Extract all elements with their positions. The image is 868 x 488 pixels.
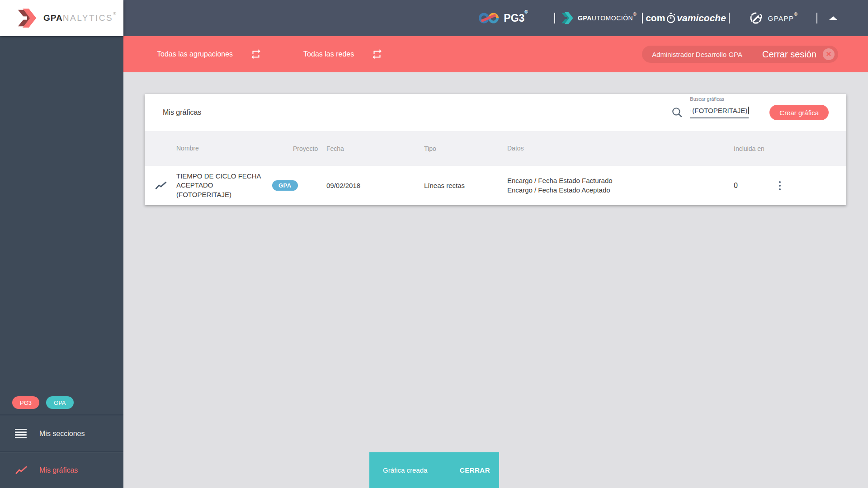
- gpapp-label: GPAPP®: [768, 14, 798, 22]
- toast-message: Gráfica creada: [383, 466, 427, 474]
- brand-logo-box[interactable]: GPANALYTICS®: [0, 0, 123, 36]
- column-header-nombre: Nombre: [176, 144, 272, 153]
- row-data-line: Encargo / Fecha Estado Aceptado: [507, 186, 734, 195]
- brand-nalytics: NALYTICS: [63, 13, 113, 23]
- line-chart-icon: [15, 465, 28, 475]
- search-input-value: O (FOTOPERITAJE): [690, 107, 747, 114]
- sidebar-bottom: PG3 GPA Mis secciones Mis gráficas: [0, 396, 123, 488]
- table-row[interactable]: TIEMPO DE CICLO FECHA ACEPTADO (FOTOPERI…: [145, 166, 846, 205]
- sidebar: PG3 GPA Mis secciones Mis gráficas: [0, 36, 123, 488]
- brand-text: GPANALYTICS®: [43, 13, 116, 23]
- swap-groupings-button[interactable]: [250, 48, 262, 60]
- toast-close-button[interactable]: CERRAR: [456, 463, 494, 478]
- topbar: GPANALYTICS® PG3® GPAUTOMOCIÓN® com: [0, 0, 868, 36]
- app-link-comvamicoche[interactable]: com vamicoche: [643, 0, 729, 36]
- app-link-pg3[interactable]: PG3®: [452, 0, 554, 36]
- create-chart-button[interactable]: Crear gráfica: [769, 105, 829, 120]
- topbar-app-links: PG3® GPAUTOMOCIÓN® com vamicoche: [452, 0, 850, 36]
- charts-card: Mis gráficas Buscar gráficas O (FOTOPERI…: [145, 94, 846, 205]
- brand-gpa: GPA: [43, 13, 63, 23]
- row-included-count: 0: [734, 182, 776, 190]
- sidebar-item-mis-graficas[interactable]: Mis gráficas: [0, 452, 123, 488]
- search-input-label: Buscar gráficas: [690, 96, 724, 102]
- row-name: TIEMPO DE CICLO FECHA ACEPTADO (FOTOPERI…: [176, 172, 272, 199]
- filter-groupings-label[interactable]: Todas las agrupaciones: [157, 50, 233, 58]
- user-name: Administrador Desarrollo GPA: [652, 51, 742, 58]
- app-link-gpautomocion[interactable]: GPAUTOMOCIÓN®: [555, 0, 642, 36]
- row-date: 09/02/2018: [326, 182, 424, 189]
- filter-networks-label[interactable]: Todas las redes: [303, 50, 354, 58]
- header-controls: Buscar gráficas O (FOTOPERITAJE) Crear g…: [671, 105, 846, 120]
- row-data-line: Encargo / Fecha Estado Facturado: [507, 176, 734, 185]
- table-header: Nombre Proyecto Fecha Tipo Datos Incluid…: [145, 131, 846, 166]
- column-header-tipo: Tipo: [424, 145, 507, 152]
- column-header-proyecto: Proyecto: [272, 145, 326, 152]
- repeat-icon: [250, 48, 262, 60]
- collapse-up-icon[interactable]: [829, 16, 837, 20]
- brand-reg: ®: [113, 11, 116, 16]
- row-project: GPA: [272, 180, 326, 191]
- reorder-icon: [15, 429, 28, 438]
- toast-snackbar: Gráfica creada CERRAR: [369, 452, 499, 488]
- gpautomocion-label: GPAUTOMOCIÓN®: [578, 14, 637, 22]
- card-header: Mis gráficas Buscar gráficas O (FOTOPERI…: [145, 94, 846, 131]
- search-input[interactable]: Buscar gráficas O (FOTOPERITAJE): [690, 107, 749, 118]
- gpapp-wrench-icon: [748, 10, 764, 26]
- topbar-collapse-block: [817, 0, 849, 36]
- sidebar-badge-gpa[interactable]: GPA: [46, 396, 74, 409]
- row-menu-kebab-icon[interactable]: [776, 178, 783, 193]
- column-header-datos: Datos: [507, 144, 734, 153]
- sidebar-item-mis-secciones[interactable]: Mis secciones: [0, 415, 123, 452]
- project-badge: GPA: [272, 180, 298, 191]
- stopwatch-icon: [665, 12, 676, 24]
- pg3-infinity-icon: [478, 11, 499, 25]
- column-header-fecha: Fecha: [326, 145, 424, 152]
- logout-x-icon[interactable]: ✕: [823, 48, 835, 60]
- gpautomocion-arrow-icon: [561, 12, 574, 24]
- repeat-icon: [371, 48, 383, 60]
- sidebar-item-label: Mis secciones: [39, 430, 85, 438]
- sidebar-badge-pg3[interactable]: PG3: [12, 396, 39, 409]
- row-chart-icon: [145, 181, 176, 191]
- column-header-incluida-en: Incluida en: [734, 145, 776, 152]
- pg3-label: PG3®: [504, 12, 528, 24]
- search-input-value-wrap: O (FOTOPERITAJE): [690, 107, 749, 118]
- app-link-gpapp[interactable]: GPAPP®: [730, 0, 816, 36]
- logout-button[interactable]: Cerrar sesión: [762, 49, 816, 60]
- search-icon[interactable]: [671, 107, 683, 118]
- comvamicoche-label: com vamicoche: [646, 12, 726, 24]
- swap-networks-button[interactable]: [371, 48, 383, 60]
- filter-bar: Todas las agrupaciones Todas las redes A…: [123, 36, 868, 72]
- user-session-pill: Administrador Desarrollo GPA Cerrar sesi…: [642, 46, 838, 63]
- sidebar-badges: PG3 GPA: [0, 396, 123, 415]
- row-data: Encargo / Fecha Estado Facturado Encargo…: [507, 176, 734, 195]
- row-type: Líneas rectas: [424, 182, 507, 189]
- page-title: Mis gráficas: [163, 108, 201, 117]
- sidebar-item-label: Mis gráficas: [39, 466, 78, 474]
- text-caret: [748, 107, 749, 114]
- gpanalytics-arrow-icon: [16, 8, 38, 28]
